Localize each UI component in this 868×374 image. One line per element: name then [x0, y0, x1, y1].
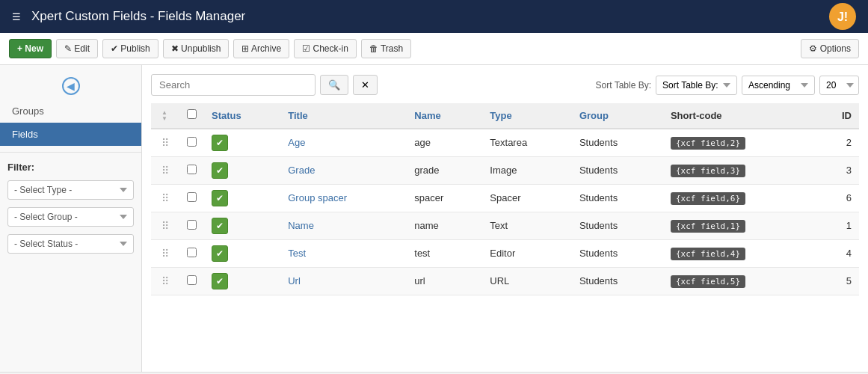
status-badge[interactable]: ✔ — [212, 273, 228, 289]
col-id[interactable]: ID — [816, 103, 859, 129]
col-group[interactable]: Group — [572, 103, 663, 129]
row-checkbox[interactable] — [187, 248, 197, 257]
svg-text:J!: J! — [837, 10, 848, 23]
select-all-checkbox[interactable] — [187, 109, 197, 119]
id-cell: 3 — [816, 156, 859, 184]
page-size-select[interactable]: 5 10 15 20 25 50 100 — [819, 76, 859, 95]
row-checkbox[interactable] — [187, 275, 197, 285]
type-cell: Editor — [482, 239, 572, 267]
checkin-button[interactable]: ☑ Check-in — [294, 39, 357, 58]
filter-group-select[interactable]: - Select Group - Students — [7, 207, 134, 227]
drag-handle[interactable]: ⠿ — [151, 156, 179, 184]
edit-button[interactable]: ✎ Edit — [56, 39, 98, 58]
status-cell[interactable]: ✔ — [204, 156, 280, 184]
sort-label: Sort Table By: — [596, 80, 651, 91]
drag-handle[interactable]: ⠿ — [151, 212, 179, 239]
archive-button[interactable]: ⊞ Archive — [233, 39, 289, 58]
status-badge[interactable]: ✔ — [212, 135, 228, 151]
row-checkbox[interactable] — [187, 165, 197, 174]
name-cell: grade — [407, 156, 482, 184]
drag-handle[interactable]: ⠿ — [151, 129, 179, 157]
filter-type-select[interactable]: - Select Type - Textarea Image Spacer Te… — [7, 180, 134, 200]
col-status[interactable]: Status — [204, 103, 280, 129]
filter-label: Filter: — [7, 162, 134, 173]
drag-handle[interactable]: ⠿ — [151, 239, 179, 267]
search-bar: 🔍 ✕ Sort Table By: Sort Table By: Title … — [151, 74, 859, 96]
type-cell: URL — [482, 267, 572, 295]
type-cell: Spacer — [482, 184, 572, 212]
group-cell: Students — [572, 267, 663, 295]
sidebar-item-fields[interactable]: Fields — [0, 123, 141, 146]
title-cell: Age — [280, 129, 407, 157]
table-row: ⠿ ✔ Url url URL Students {xcf field,5} 5 — [151, 267, 859, 295]
unpublish-button[interactable]: ✖ Unpublish — [163, 39, 230, 58]
name-cell: name — [407, 212, 482, 239]
status-badge[interactable]: ✔ — [212, 162, 228, 179]
publish-button[interactable]: ✔ Publish — [102, 39, 158, 58]
name-cell: test — [407, 239, 482, 267]
title-link[interactable]: Grade — [288, 165, 315, 176]
search-button[interactable]: 🔍 — [320, 75, 348, 95]
col-name[interactable]: Name — [407, 103, 482, 129]
row-checkbox-cell[interactable] — [179, 156, 204, 184]
group-cell: Students — [572, 129, 663, 157]
row-checkbox[interactable] — [187, 137, 197, 147]
title-link[interactable]: Age — [288, 137, 305, 148]
app-title: Xpert Custom Fields - Fields Manager — [31, 9, 829, 24]
row-checkbox-cell[interactable] — [179, 129, 204, 157]
shortcode-cell: {xcf field,1} — [663, 212, 817, 239]
group-cell: Students — [572, 212, 663, 239]
order-select[interactable]: Ascending Descending — [742, 76, 815, 95]
options-button[interactable]: ⚙ Options — [801, 39, 859, 58]
row-checkbox-cell[interactable] — [179, 239, 204, 267]
new-button[interactable]: + New — [9, 39, 52, 58]
title-link[interactable]: Test — [288, 248, 306, 259]
title-link[interactable]: Name — [288, 220, 314, 231]
drag-handle[interactable]: ⠿ — [151, 184, 179, 212]
row-checkbox[interactable] — [187, 192, 197, 202]
drag-handle[interactable]: ⠿ — [151, 267, 179, 295]
status-cell[interactable]: ✔ — [204, 267, 280, 295]
table-row: ⠿ ✔ Age age Textarea Students {xcf field… — [151, 129, 859, 157]
title-link[interactable]: Group spacer — [288, 192, 347, 203]
col-drag: ▲▼ — [151, 103, 179, 129]
sidebar: ◀ Groups Fields Filter: - Select Type - … — [0, 65, 142, 372]
back-icon: ◀ — [62, 77, 80, 95]
sort-by-select[interactable]: Sort Table By: Title Name Type Group ID — [656, 76, 737, 95]
row-checkbox-cell[interactable] — [179, 184, 204, 212]
sort-controls: Sort Table By: Sort Table By: Title Name… — [596, 76, 859, 95]
type-cell: Image — [482, 156, 572, 184]
shortcode-cell: {xcf field,2} — [663, 129, 817, 157]
status-badge[interactable]: ✔ — [212, 245, 228, 262]
toolbar: + New ✎ Edit ✔ Publish ✖ Unpublish ⊞ Arc… — [0, 33, 868, 65]
title-link[interactable]: Url — [288, 275, 301, 286]
shortcode-badge: {xcf field,1} — [671, 220, 745, 233]
trash-button[interactable]: 🗑 Trash — [361, 39, 411, 58]
filter-status-select[interactable]: - Select Status - Published Unpublished — [7, 234, 134, 254]
shortcode-cell: {xcf field,3} — [663, 156, 817, 184]
clear-search-button[interactable]: ✕ — [353, 75, 378, 95]
id-cell: 4 — [816, 239, 859, 267]
status-cell[interactable]: ✔ — [204, 184, 280, 212]
id-cell: 6 — [816, 184, 859, 212]
hamburger-icon[interactable]: ☰ — [12, 11, 21, 22]
status-badge[interactable]: ✔ — [212, 190, 228, 206]
col-checkbox[interactable] — [179, 103, 204, 129]
row-checkbox[interactable] — [187, 220, 197, 230]
search-input[interactable] — [151, 74, 316, 96]
table-row: ⠿ ✔ Group spacer spacer Spacer Students … — [151, 184, 859, 212]
row-checkbox-cell[interactable] — [179, 267, 204, 295]
status-cell[interactable]: ✔ — [204, 239, 280, 267]
col-type[interactable]: Type — [482, 103, 572, 129]
status-cell[interactable]: ✔ — [204, 212, 280, 239]
col-title[interactable]: Title — [280, 103, 407, 129]
col-shortcode: Short-code — [663, 103, 817, 129]
row-checkbox-cell[interactable] — [179, 212, 204, 239]
sidebar-item-groups[interactable]: Groups — [0, 99, 141, 123]
type-cell: Text — [482, 212, 572, 239]
status-badge[interactable]: ✔ — [212, 218, 228, 234]
sidebar-back-button[interactable]: ◀ — [0, 73, 141, 99]
main-layout: ◀ Groups Fields Filter: - Select Type - … — [0, 65, 868, 372]
status-cell[interactable]: ✔ — [204, 129, 280, 157]
name-cell: url — [407, 267, 482, 295]
